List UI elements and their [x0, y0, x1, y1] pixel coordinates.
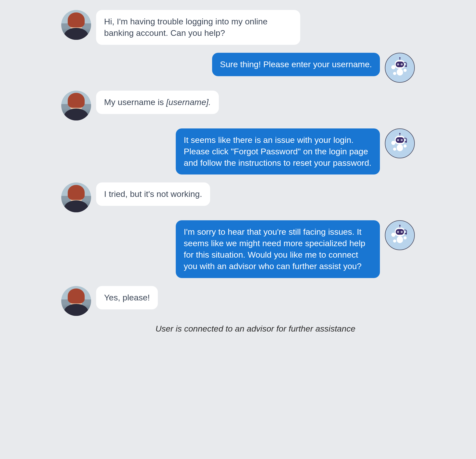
message-row-user: Yes, please!	[61, 286, 415, 316]
svg-point-19	[401, 140, 402, 140]
message-text-italic: [username].	[166, 97, 211, 107]
user-avatar-icon	[61, 91, 91, 120]
message-row-user: My username is [username].	[61, 91, 415, 120]
robot-avatar-icon	[385, 128, 415, 158]
svg-point-24	[393, 147, 396, 151]
svg-point-32	[401, 231, 402, 232]
svg-point-37	[393, 239, 396, 243]
robot-avatar-icon	[385, 53, 415, 83]
svg-rect-15	[396, 137, 404, 143]
svg-point-35	[399, 225, 400, 226]
svg-point-6	[401, 64, 402, 65]
user-message-bubble: I tried, but it's not working.	[96, 182, 210, 206]
user-message-bubble: Yes, please!	[96, 286, 158, 309]
svg-point-22	[399, 133, 400, 134]
user-message-bubble: Hi, I'm having trouble logging into my o…	[96, 10, 300, 45]
svg-rect-28	[396, 229, 404, 235]
svg-point-20	[405, 141, 407, 142]
svg-point-31	[398, 231, 398, 232]
svg-rect-10	[397, 69, 403, 75]
message-row-bot: Sure thing! Please enter your username.	[61, 53, 415, 83]
svg-rect-23	[397, 144, 403, 151]
user-message-bubble: My username is [username].	[96, 91, 219, 114]
svg-point-25	[404, 144, 407, 148]
svg-point-5	[398, 64, 398, 65]
svg-rect-36	[397, 236, 403, 243]
svg-point-7	[405, 65, 407, 67]
message-text-prefix: My username is	[104, 97, 166, 107]
bot-message-bubble: It seems like there is an issue with you…	[176, 128, 380, 175]
svg-point-33	[405, 233, 407, 234]
svg-point-9	[399, 57, 400, 58]
message-row-bot: I'm sorry to hear that you're still faci…	[61, 220, 415, 278]
svg-rect-2	[396, 61, 404, 67]
svg-point-12	[404, 69, 407, 72]
svg-point-0	[391, 65, 396, 69]
message-row-user: I tried, but it's not working.	[61, 182, 415, 212]
user-avatar-icon	[61, 286, 91, 316]
system-message: User is connected to an advisor for furt…	[96, 324, 415, 334]
svg-point-11	[393, 72, 396, 75]
message-row-bot: It seems like there is an issue with you…	[61, 128, 415, 175]
user-avatar-icon	[61, 182, 91, 212]
svg-point-18	[398, 140, 398, 140]
svg-point-13	[391, 141, 396, 145]
svg-point-26	[391, 233, 396, 237]
bot-message-bubble: Sure thing! Please enter your username.	[212, 53, 380, 76]
chat-container: Hi, I'm having trouble logging into my o…	[61, 10, 415, 334]
message-row-user: Hi, I'm having trouble logging into my o…	[61, 10, 415, 45]
svg-point-38	[404, 236, 407, 240]
robot-avatar-icon	[385, 220, 415, 250]
bot-message-bubble: I'm sorry to hear that you're still faci…	[176, 220, 380, 278]
user-avatar-icon	[61, 10, 91, 40]
